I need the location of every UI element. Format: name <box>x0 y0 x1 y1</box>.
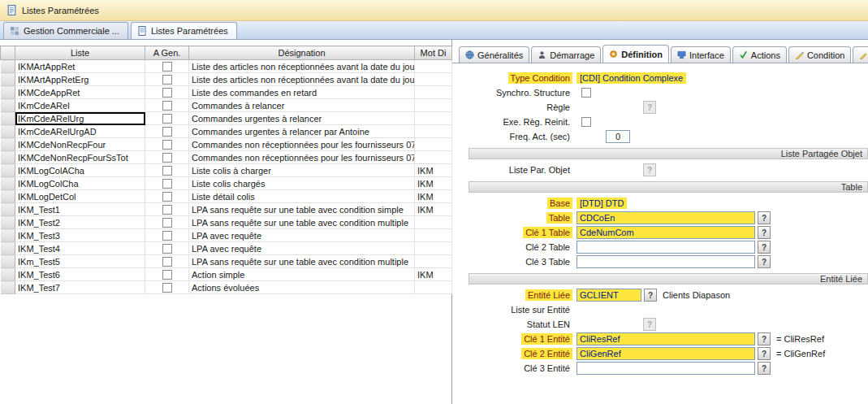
table-row[interactable]: IKm_Test5LPA sans requête sur une table … <box>1 255 452 268</box>
column-header-liste[interactable]: Liste <box>15 46 145 60</box>
a-gen-checkbox[interactable] <box>162 88 172 98</box>
freq-act-input[interactable] <box>606 130 630 143</box>
cell-mot-directeur[interactable] <box>415 216 452 229</box>
a-gen-checkbox[interactable] <box>162 283 172 293</box>
cell-designation[interactable]: Commandes urgentes à relancer <box>189 112 415 125</box>
row-selector[interactable] <box>1 99 15 112</box>
a-gen-checkbox[interactable] <box>162 205 172 215</box>
a-gen-checkbox[interactable] <box>162 127 172 137</box>
row-selector[interactable] <box>1 229 15 242</box>
cell-liste[interactable]: IKM_Test1 <box>15 203 145 216</box>
table-row[interactable]: IKM_Test7Actions évoluées <box>1 281 452 294</box>
row-selector[interactable] <box>1 164 15 177</box>
table-input[interactable] <box>577 211 755 224</box>
form-tab-interface[interactable]: Interface <box>671 46 731 63</box>
table-row[interactable]: IKMCdeAppRetListe des commandes en retar… <box>1 86 452 99</box>
cell-mot-directeur[interactable] <box>415 281 452 294</box>
cell-designation[interactable]: LPA sans requête sur une table avec cond… <box>189 203 415 216</box>
table-row[interactable]: IKM_Test2LPA sans requête sur une table … <box>1 216 452 229</box>
row-selector[interactable] <box>1 86 15 99</box>
cle2-table-input[interactable] <box>577 241 755 254</box>
a-gen-checkbox[interactable] <box>162 244 172 254</box>
a-gen-checkbox[interactable] <box>162 270 172 280</box>
table-row[interactable]: IKMLogDetColListe détail colisIKM <box>1 190 452 203</box>
cell-designation[interactable]: Liste des articles non réceptionnées ava… <box>189 60 415 73</box>
row-selector[interactable] <box>1 281 15 294</box>
cle2-table-lookup-button[interactable]: ? <box>758 241 771 254</box>
cell-designation[interactable]: LPA sans requête sur une table avec cond… <box>189 216 415 229</box>
table-row[interactable]: IKmCdeARelUrgCommandes urgentes à relanc… <box>1 112 452 125</box>
cell-mot-directeur[interactable]: IKM <box>415 190 452 203</box>
cell-liste[interactable]: IKM_Test2 <box>15 216 145 229</box>
a-gen-checkbox[interactable] <box>162 75 172 85</box>
entite-liee-input[interactable] <box>577 289 641 302</box>
a-gen-checkbox[interactable] <box>162 153 172 163</box>
cell-mot-directeur[interactable] <box>415 151 452 164</box>
cell-designation[interactable]: LPA sans requête sur une table avec cond… <box>189 255 415 268</box>
tab-gestion-commerciale[interactable]: Gestion Commerciale ... <box>3 22 128 39</box>
cle3-table-lookup-button[interactable]: ? <box>758 255 771 268</box>
cell-mot-directeur[interactable]: IKM <box>415 164 452 177</box>
cell-liste[interactable]: IKM_Test4 <box>15 242 145 255</box>
row-selector[interactable] <box>1 216 15 229</box>
cell-mot-directeur[interactable] <box>415 112 452 125</box>
form-tab-definition[interactable]: Définition <box>602 45 669 63</box>
a-gen-checkbox[interactable] <box>162 114 172 124</box>
form-tab-condition[interactable]: Condition <box>788 46 851 63</box>
cell-liste[interactable]: IKMLogDetCol <box>15 190 145 203</box>
tab-listes-parametrees[interactable]: Listes Paramétrées <box>131 22 237 39</box>
row-selector[interactable] <box>1 268 15 281</box>
cle3-entite-lookup-button[interactable]: ? <box>758 362 771 375</box>
a-gen-checkbox[interactable] <box>162 179 172 189</box>
cell-liste[interactable]: IKmCdeARel <box>15 99 145 112</box>
row-selector[interactable] <box>1 242 15 255</box>
cle2-entite-lookup-button[interactable]: ? <box>758 347 771 360</box>
column-header-mot-directeur[interactable]: Mot Di <box>415 46 452 60</box>
a-gen-checkbox[interactable] <box>162 140 172 150</box>
cell-liste[interactable]: IKMLogColACha <box>15 164 145 177</box>
row-selector[interactable] <box>1 151 15 164</box>
row-selector[interactable] <box>1 190 15 203</box>
cle1-entite-input[interactable] <box>577 332 755 345</box>
table-row[interactable]: IKM_Test6Action simpleIKM <box>1 268 452 281</box>
cell-liste[interactable]: IKMArtAppRet <box>15 60 145 73</box>
regle-lookup-button[interactable]: ? <box>643 101 656 114</box>
cell-liste[interactable]: IKmCdeARelUrg <box>15 112 145 125</box>
cell-mot-directeur[interactable] <box>415 229 452 242</box>
synchro-structure-checkbox[interactable] <box>581 88 591 98</box>
a-gen-checkbox[interactable] <box>162 218 172 228</box>
cle1-table-lookup-button[interactable]: ? <box>758 226 771 239</box>
table-row[interactable]: IKMArtAppRetErgListe des articles non ré… <box>1 73 452 86</box>
exe-reg-reinit-checkbox[interactable] <box>581 117 591 127</box>
cell-designation[interactable]: Action simple <box>189 268 415 281</box>
row-selector[interactable] <box>1 60 15 73</box>
cell-liste[interactable]: IKM_Test6 <box>15 268 145 281</box>
row-selector[interactable] <box>1 203 15 216</box>
form-tab-generalites[interactable]: Généralités <box>459 46 529 63</box>
table-row[interactable]: IKmCdeARelCommandes à relancer <box>1 99 452 112</box>
cell-mot-directeur[interactable] <box>415 255 452 268</box>
cell-mot-directeur[interactable] <box>415 125 452 138</box>
cell-mot-directeur[interactable]: IKM <box>415 177 452 190</box>
a-gen-checkbox[interactable] <box>162 231 172 241</box>
cell-designation[interactable]: Commandes non réceptionnées pour les fou… <box>189 138 415 151</box>
entite-liee-lookup-button[interactable]: ? <box>644 289 657 302</box>
cell-mot-directeur[interactable]: IKM <box>415 203 452 216</box>
cell-designation[interactable]: Liste des articles non réceptionnées ava… <box>189 73 415 86</box>
form-tab-actions[interactable]: Actions <box>732 46 787 63</box>
row-selector[interactable] <box>1 125 15 138</box>
a-gen-checkbox[interactable] <box>162 257 172 267</box>
cell-designation[interactable]: LPA avec requête <box>189 229 415 242</box>
table-row[interactable]: IKM_Test4LPA avec requête <box>1 242 452 255</box>
cell-liste[interactable]: IKMCdeNonRecpFour <box>15 138 145 151</box>
cell-mot-directeur[interactable] <box>415 242 452 255</box>
select-all-header[interactable] <box>1 46 15 60</box>
cell-liste[interactable]: IKMLogColCha <box>15 177 145 190</box>
cell-mot-directeur[interactable] <box>415 99 452 112</box>
a-gen-checkbox[interactable] <box>162 192 172 202</box>
form-tab-demarrage[interactable]: Démarrage <box>531 46 601 63</box>
cle2-entite-input[interactable] <box>577 347 755 360</box>
cell-liste[interactable]: IKm_Test5 <box>15 255 145 268</box>
cle1-entite-lookup-button[interactable]: ? <box>758 332 771 345</box>
cell-mot-directeur[interactable] <box>415 60 452 73</box>
